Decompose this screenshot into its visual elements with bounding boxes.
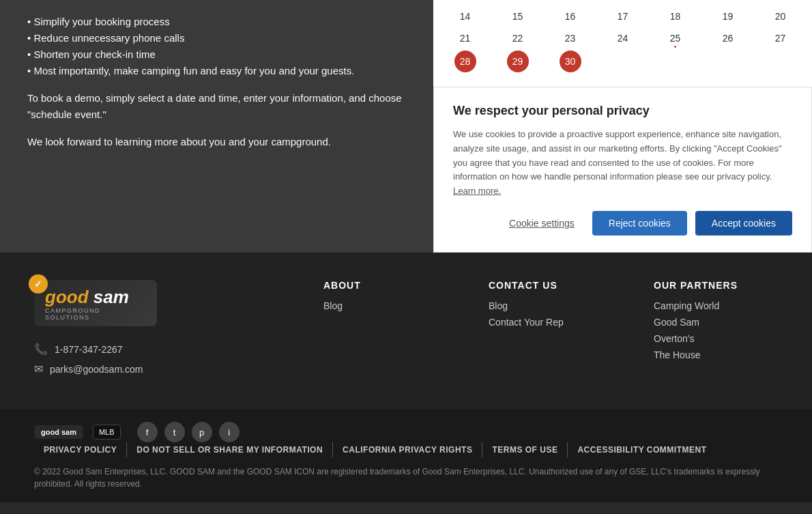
mlb-logo: MLB: [93, 425, 121, 440]
footer-legal-links: PRIVACY POLICY DO NOT SELL OR SHARE MY I…: [34, 442, 716, 457]
our-partners-title: OUR PARTNERS: [654, 280, 778, 291]
footer-main: ✓ good sam Campground Solutions 📞 1-877-…: [0, 253, 812, 410]
left-panel: • Simplify your booking process • Reduce…: [0, 0, 433, 253]
email-address: parks@goodsam.com: [50, 364, 143, 375]
pinterest-icon[interactable]: p: [192, 422, 212, 442]
partner-the-house-link[interactable]: The House: [654, 349, 778, 360]
cal-day-20[interactable]: 20: [755, 7, 805, 26]
phone-number: 1-877-347-2267: [55, 344, 123, 355]
phone-icon: 📞: [34, 343, 48, 356]
partner-overtons-link[interactable]: Overton's: [654, 333, 778, 344]
cookie-settings-button[interactable]: Cookie settings: [499, 211, 584, 235]
cal-day-14[interactable]: 14: [440, 7, 490, 26]
footer-contact-section: CONTACT US Blog Contact Your Rep: [489, 280, 613, 333]
phone-row: 📞 1-877-347-2267: [34, 343, 282, 356]
footer-logo: ✓ good sam Campground Solutions: [34, 280, 282, 326]
privacy-buttons: Cookie settings Reject cookies Accept co…: [453, 211, 792, 235]
about-blog-link[interactable]: Blog: [323, 300, 448, 311]
calendar-grid: 14 15 16 17 18 19 20 21 22 23 24 25 26 2…: [440, 7, 805, 72]
right-panel: 14 15 16 17 18 19 20 21 22 23 24 25 26 2…: [433, 0, 812, 253]
privacy-policy-link[interactable]: PRIVACY POLICY: [34, 442, 127, 457]
cal-day-22[interactable]: 22: [493, 29, 542, 48]
social-icons: f t p i: [137, 422, 240, 442]
cal-day-21[interactable]: 21: [440, 29, 490, 48]
demo-text: To book a demo, simply select a date and…: [27, 90, 406, 123]
accessibility-link[interactable]: ACCESSIBILITY COMMITMENT: [568, 442, 716, 457]
cal-day-28[interactable]: 28: [454, 51, 476, 72]
footer-partners-section: OUR PARTNERS Camping World Good Sam Over…: [654, 280, 778, 366]
cal-day-25[interactable]: 25: [650, 29, 700, 48]
email-row: ✉ parks@goodsam.com: [34, 362, 282, 375]
do-not-sell-link[interactable]: DO NOT SELL OR SHARE MY INFORMATION: [127, 442, 333, 457]
reject-cookies-button[interactable]: Reject cookies: [592, 211, 687, 235]
bullet-points: • Simplify your booking process • Reduce…: [27, 14, 406, 79]
facebook-icon[interactable]: f: [137, 422, 158, 442]
footer-copyright: © 2022 Good Sam Enterprises, LLC. GOOD S…: [34, 466, 778, 490]
main-content: • Simplify your booking process • Reduce…: [0, 0, 812, 253]
gs-small-logo: good sam: [34, 425, 83, 439]
partner-good-sam-link[interactable]: Good Sam: [654, 317, 778, 328]
footer-bottom: good sam MLB f t p i PRIVACY POLICY DO N…: [0, 410, 812, 502]
footer-contact-info: 📞 1-877-347-2267 ✉ parks@goodsam.com: [34, 343, 282, 375]
accept-cookies-button[interactable]: Accept cookies: [695, 211, 792, 235]
cal-day-17[interactable]: 17: [598, 7, 648, 26]
logo-icon: ✓: [29, 274, 48, 294]
cal-day-29[interactable]: 29: [507, 51, 529, 72]
cal-day-empty4: [755, 51, 805, 72]
terms-of-use-link[interactable]: TERMS OF USE: [482, 442, 568, 457]
logo-main-text: good sam: [45, 288, 146, 306]
logo-arc: ✓ good sam Campground Solutions: [34, 280, 157, 326]
goodsam-logo-container: ✓ good sam Campground Solutions: [34, 280, 282, 326]
cal-day-19[interactable]: 19: [703, 7, 753, 26]
cal-day-empty1: [598, 51, 648, 72]
cal-day-18[interactable]: 18: [650, 7, 700, 26]
instagram-icon[interactable]: i: [219, 422, 240, 442]
cal-day-23[interactable]: 23: [545, 29, 595, 48]
email-icon: ✉: [34, 362, 43, 375]
privacy-title: We respect your personal privacy: [453, 104, 792, 118]
footer-about-section: ABOUT Blog: [323, 280, 448, 317]
cal-day-30[interactable]: 30: [560, 51, 581, 72]
cal-day-empty3: [703, 51, 753, 72]
california-privacy-link[interactable]: CALIFORNIA PRIVACY RIGHTS: [333, 442, 482, 457]
cal-day-27[interactable]: 27: [755, 29, 805, 48]
privacy-body: We use cookies to provide a proactive su…: [453, 128, 792, 199]
cal-day-24[interactable]: 24: [598, 29, 648, 48]
partner-camping-world-link[interactable]: Camping World: [654, 300, 778, 311]
cal-day-empty2: [650, 51, 700, 72]
about-title: ABOUT: [323, 280, 448, 291]
cal-day-26[interactable]: 26: [703, 29, 753, 48]
footer-bottom-logos: good sam MLB: [34, 425, 121, 440]
contact-rep-link[interactable]: Contact Your Rep: [489, 317, 613, 328]
footer-logo-section: ✓ good sam Campground Solutions 📞 1-877-…: [34, 280, 282, 382]
footer-bottom-links: good sam MLB f t p i PRIVACY POLICY DO N…: [34, 422, 778, 457]
closing-text: We look forward to learning more about y…: [27, 134, 406, 150]
cal-day-16[interactable]: 16: [545, 7, 595, 26]
learn-more-link[interactable]: Learn more.: [453, 186, 501, 196]
cal-day-15[interactable]: 15: [493, 7, 542, 26]
twitter-icon[interactable]: t: [164, 422, 185, 442]
logo-sub-text: Campground Solutions: [45, 307, 146, 321]
contact-blog-link[interactable]: Blog: [489, 300, 613, 311]
contact-us-title: CONTACT US: [489, 280, 613, 291]
privacy-overlay: We respect your personal privacy We use …: [433, 87, 812, 253]
